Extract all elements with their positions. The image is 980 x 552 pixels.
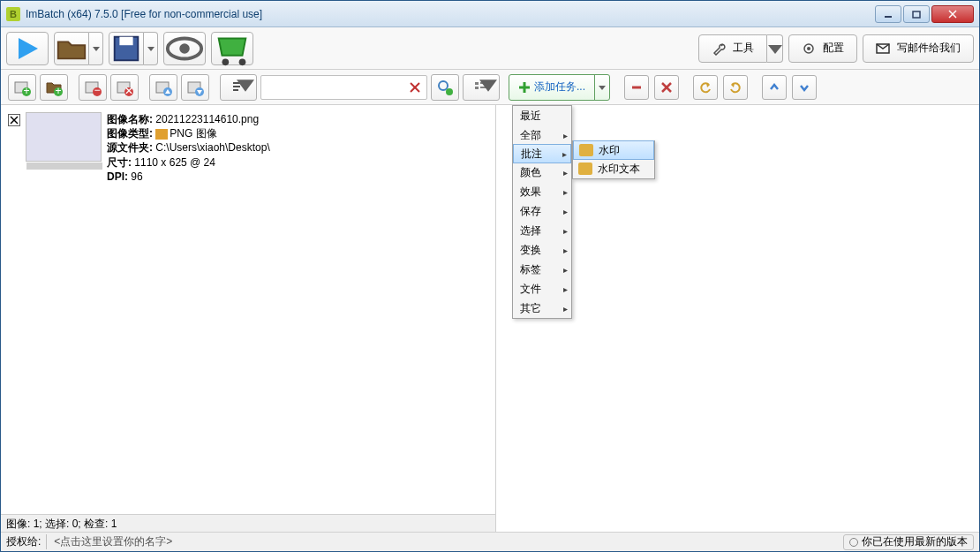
open-dropdown[interactable] xyxy=(89,32,103,65)
search-input[interactable] xyxy=(267,81,409,94)
svg-marker-48 xyxy=(479,79,497,91)
status-bar: 授权给: <点击这里设置你的名字> 你已在使用最新的版本 xyxy=(1,532,979,551)
svg-rect-45 xyxy=(475,87,479,89)
menu-transform[interactable]: 变换 xyxy=(513,240,571,260)
remove-selected-button[interactable]: − xyxy=(79,74,107,101)
add-task-label: 添加任务... xyxy=(534,79,585,95)
redo-button[interactable] xyxy=(723,75,748,100)
gear-icon xyxy=(802,42,816,56)
svg-rect-7 xyxy=(119,36,132,45)
minimize-button[interactable] xyxy=(875,5,901,23)
window-title: ImBatch (x64) 7.5.0 [Free for non-commer… xyxy=(26,8,875,20)
mail-label: 写邮件给我们 xyxy=(897,41,961,56)
menu-effect[interactable]: 效果 xyxy=(513,182,571,201)
clear-search-icon[interactable] xyxy=(409,81,421,94)
tools-dropdown[interactable] xyxy=(767,34,783,63)
sort-button[interactable] xyxy=(220,74,257,101)
add-task-button[interactable]: 添加任务... xyxy=(509,74,610,101)
tools-button[interactable]: 工具 xyxy=(698,34,767,63)
license-link[interactable]: <点击这里设置你的名字> xyxy=(47,534,179,549)
add-folder-button[interactable]: + xyxy=(40,74,68,101)
image-info: 图像名称: 20211223114610.png 图像类型: PNG 图像 源文… xyxy=(107,112,488,184)
config-label: 配置 xyxy=(823,41,844,56)
svg-text:+: + xyxy=(23,85,29,96)
submenu-watermark[interactable]: 水印 xyxy=(573,140,654,160)
task-body: 最近 全部 批注 颜色 效果 保存 选择 变换 标签 文件 其它 水印 水印文本 xyxy=(496,105,979,532)
svg-rect-1 xyxy=(913,11,920,18)
menu-color[interactable]: 颜色 xyxy=(513,163,571,182)
filetype-icon xyxy=(155,129,168,140)
menu-recent[interactable]: 最近 xyxy=(513,106,571,125)
menu-select[interactable]: 选择 xyxy=(513,221,571,240)
update-dot-icon xyxy=(849,538,858,547)
license-label: 授权给: xyxy=(6,534,47,549)
svg-point-11 xyxy=(222,58,230,65)
menu-other[interactable]: 其它 xyxy=(513,299,571,318)
annotate-submenu[interactable]: 水印 水印文本 xyxy=(572,140,655,179)
view-mode-button[interactable] xyxy=(463,74,500,101)
svg-point-12 xyxy=(239,58,246,65)
wrench-icon xyxy=(712,42,726,56)
update-status[interactable]: 你已在使用最新的版本 xyxy=(843,534,974,550)
svg-point-16 xyxy=(807,47,810,50)
svg-marker-5 xyxy=(93,47,100,51)
move-up-button[interactable] xyxy=(149,74,177,101)
menu-tags[interactable]: 标签 xyxy=(513,260,571,279)
sub-toolbar: + + − ✕ xyxy=(1,70,979,105)
content-area: 图像名称: 20211223114610.png 图像类型: PNG 图像 源文… xyxy=(1,105,979,532)
task-category-menu[interactable]: 最近 全部 批注 颜色 效果 保存 选择 变换 标签 文件 其它 xyxy=(512,105,572,319)
clear-tasks-button[interactable] xyxy=(654,75,679,100)
svg-point-10 xyxy=(179,43,190,54)
save-button[interactable] xyxy=(109,32,144,65)
task-up-button[interactable] xyxy=(762,75,787,100)
mail-icon xyxy=(876,42,890,56)
menu-all[interactable]: 全部 xyxy=(513,125,571,145)
svg-marker-14 xyxy=(768,45,782,54)
watermark-icon xyxy=(579,144,593,156)
add-image-button[interactable]: + xyxy=(8,74,36,101)
undo-button[interactable] xyxy=(693,75,718,100)
svg-text:−: − xyxy=(94,84,100,96)
maximize-button[interactable] xyxy=(903,5,930,23)
svg-text:✕: ✕ xyxy=(124,85,133,96)
svg-marker-39 xyxy=(237,79,254,91)
remove-all-button[interactable]: ✕ xyxy=(110,74,139,101)
image-item[interactable]: 图像名称: 20211223114610.png 图像类型: PNG 图像 源文… xyxy=(4,109,492,187)
image-list[interactable]: 图像名称: 20211223114610.png 图像类型: PNG 图像 源文… xyxy=(1,105,495,514)
close-button[interactable] xyxy=(931,5,974,23)
mail-button[interactable]: 写邮件给我们 xyxy=(863,34,974,63)
tools-label: 工具 xyxy=(733,41,754,56)
shop-button[interactable] xyxy=(211,32,253,65)
save-dropdown[interactable] xyxy=(144,32,158,65)
app-icon: B xyxy=(6,7,20,21)
image-checkbox[interactable] xyxy=(8,114,20,126)
config-button[interactable]: 配置 xyxy=(788,34,857,63)
image-list-status: 图像: 1; 选择: 0; 检查: 1 xyxy=(1,514,495,532)
menu-file[interactable]: 文件 xyxy=(513,279,571,299)
search-box[interactable] xyxy=(260,75,427,100)
main-toolbar: 工具 配置 写邮件给我们 xyxy=(1,27,979,70)
image-thumbnail xyxy=(26,112,102,162)
svg-marker-8 xyxy=(147,47,155,51)
menu-save[interactable]: 保存 xyxy=(513,201,571,221)
submenu-watermark-text[interactable]: 水印文本 xyxy=(573,159,654,178)
titlebar: B ImBatch (x64) 7.5.0 [Free for non-comm… xyxy=(1,1,979,27)
watermark-text-icon xyxy=(578,163,592,175)
preview-button[interactable] xyxy=(163,32,206,65)
svg-marker-51 xyxy=(599,86,606,90)
app-window: B ImBatch (x64) 7.5.0 [Free for non-comm… xyxy=(0,0,980,552)
svg-marker-4 xyxy=(19,38,38,59)
add-task-dropdown[interactable] xyxy=(595,75,609,100)
svg-text:+: + xyxy=(55,85,61,96)
svg-rect-44 xyxy=(475,82,479,85)
task-panel: 最近 全部 批注 颜色 效果 保存 选择 变换 标签 文件 其它 水印 水印文本 xyxy=(496,105,979,532)
run-button[interactable] xyxy=(6,32,49,65)
menu-annotate[interactable]: 批注 xyxy=(513,144,571,163)
move-down-button[interactable] xyxy=(181,74,209,101)
remove-task-button[interactable] xyxy=(624,75,649,100)
task-down-button[interactable] xyxy=(792,75,817,100)
image-list-panel: 图像名称: 20211223114610.png 图像类型: PNG 图像 源文… xyxy=(1,105,496,532)
open-button[interactable] xyxy=(54,32,89,65)
svg-point-43 xyxy=(446,88,453,95)
filter-button[interactable] xyxy=(431,74,459,101)
